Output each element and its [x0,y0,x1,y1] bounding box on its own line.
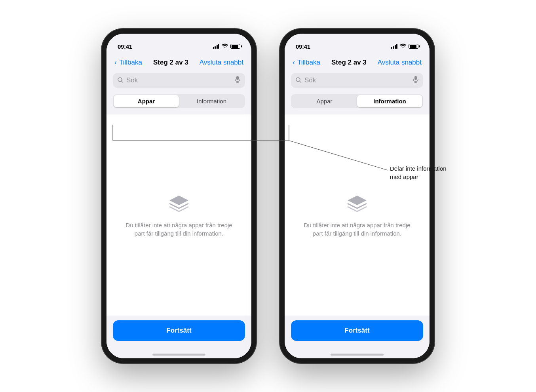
scene: 09:41 [0,0,536,392]
annotation-line1: Delar inte information [390,164,447,173]
annotation: Delar inte information med appar [390,164,447,181]
annotation-line2: med appar [390,173,447,181]
svg-line-13 [289,141,388,170]
callout-lines [0,0,536,392]
